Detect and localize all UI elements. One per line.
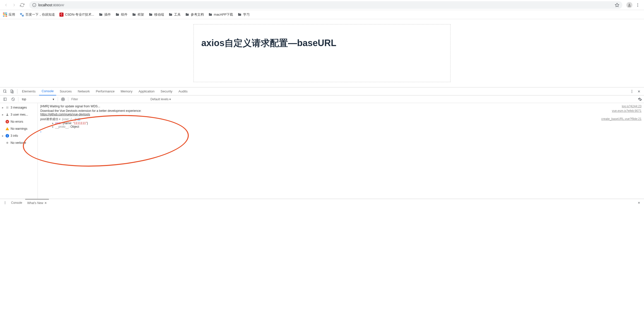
- list-icon: [6, 106, 9, 109]
- log-level-selector[interactable]: Default levels ▾: [150, 97, 171, 101]
- folder-icon: [208, 13, 212, 17]
- context-selector[interactable]: top▾: [20, 97, 56, 102]
- sidebar-warnings[interactable]: No warnings: [0, 125, 38, 132]
- bookmark-components[interactable]: 组件: [115, 12, 127, 17]
- drawer-tab-whatsnew[interactable]: What's New✕: [25, 199, 49, 207]
- folder-icon: [99, 13, 103, 17]
- folder-icon: [238, 13, 242, 17]
- drawer-tab-console[interactable]: Console: [9, 199, 24, 207]
- bookmark-macapp[interactable]: macAPP下载: [208, 12, 233, 17]
- log-source-link[interactable]: create_baseURL.vue?f9de:21: [601, 117, 641, 128]
- inspect-element-icon[interactable]: [2, 89, 8, 93]
- svg-point-4: [629, 4, 630, 5]
- bookmark-csdn[interactable]: C CSDN-专业IT技术...: [59, 12, 94, 17]
- csdn-icon: C: [59, 13, 63, 17]
- devtools-panel: Elements Console Sources Network Perform…: [0, 87, 644, 206]
- svg-point-26: [5, 203, 5, 204]
- omnibox[interactable]: localhost:8080/#/: [29, 1, 622, 9]
- devtools-tabs: Elements Console Sources Network Perform…: [0, 87, 644, 95]
- folder-icon: [115, 13, 119, 17]
- expand-arrow-icon[interactable]: ▸: [52, 125, 55, 128]
- bookmarks-bar: 应用 🐾 百度一下，你就知道 C CSDN-专业IT技术... 插件 组件 框架…: [0, 10, 644, 19]
- svg-rect-14: [4, 98, 7, 101]
- tab-memory[interactable]: Memory: [118, 87, 135, 95]
- filter-input[interactable]: [70, 96, 148, 102]
- info-badge-icon: i: [77, 118, 80, 121]
- site-info-icon[interactable]: [32, 3, 36, 7]
- drawer-tabs: Console What's New✕: [0, 199, 644, 206]
- log-source-link[interactable]: log.js?4244:23: [622, 105, 641, 108]
- svg-point-12: [632, 91, 632, 92]
- tab-sources[interactable]: Sources: [57, 87, 74, 95]
- devtools-menu-icon[interactable]: [629, 89, 635, 93]
- apps-label: 应用: [9, 12, 15, 17]
- close-icon[interactable]: ✕: [44, 201, 47, 205]
- baidu-icon: 🐾: [20, 13, 24, 17]
- forward-button[interactable]: [11, 2, 17, 8]
- sidebar-errors[interactable]: ✕No errors: [0, 118, 38, 125]
- bookmark-framework[interactable]: 框架: [132, 12, 144, 17]
- svg-point-6: [637, 5, 638, 5]
- url-display: localhost:8080/#/: [38, 3, 64, 7]
- folder-icon: [169, 13, 173, 17]
- chevron-down-icon: ▾: [53, 97, 54, 101]
- bookmark-plugins[interactable]: 插件: [99, 12, 111, 17]
- tab-network[interactable]: Network: [75, 87, 92, 95]
- clear-console-icon[interactable]: [10, 97, 16, 101]
- log-vuedev: Download the Vue Devtools extension for …: [38, 109, 644, 117]
- svg-point-7: [637, 6, 638, 7]
- console-body: ▸3 messages ▸3 user mes... ✕No errors No…: [0, 103, 644, 199]
- svg-point-5: [637, 3, 638, 4]
- tab-elements[interactable]: Elements: [19, 87, 38, 95]
- devtools-link[interactable]: https://github.com/vuejs/vue-devtools: [40, 113, 90, 116]
- device-toolbar-icon[interactable]: [9, 89, 15, 93]
- browser-menu-icon[interactable]: [634, 3, 641, 7]
- folder-icon: [185, 13, 189, 17]
- gear-icon[interactable]: [638, 97, 642, 101]
- svg-point-24: [5, 201, 5, 202]
- tab-audits[interactable]: Audits: [176, 87, 190, 95]
- expand-arrow-icon[interactable]: ▸: [52, 121, 55, 125]
- apps-grid-icon: [3, 13, 7, 17]
- tab-application[interactable]: Application: [136, 87, 157, 95]
- console-prompt[interactable]: ›: [38, 129, 644, 135]
- tab-console[interactable]: Console: [39, 87, 56, 95]
- sidebar-verbose[interactable]: No verbose: [0, 139, 38, 146]
- warning-icon: [6, 127, 9, 130]
- tab-performance[interactable]: Performance: [93, 87, 117, 95]
- live-expression-icon[interactable]: [60, 97, 66, 101]
- log-post[interactable]: post请求成功 ▾{user: {…}} i ▸user: {name: "1…: [38, 117, 644, 129]
- sidebar-user-messages[interactable]: ▸3 user mes...: [0, 111, 38, 118]
- page-content: axios自定义请求配置—baseURL: [0, 19, 644, 87]
- console-output: [HMR] Waiting for update signal from WDS…: [38, 103, 644, 199]
- bookmark-tools[interactable]: 工具: [169, 12, 181, 17]
- apps-button[interactable]: 应用: [3, 12, 15, 17]
- svg-line-17: [12, 98, 14, 100]
- bookmark-refdocs[interactable]: 参考文档: [185, 12, 204, 17]
- expand-arrow-icon[interactable]: ▾: [59, 117, 62, 121]
- svg-rect-9: [11, 90, 13, 93]
- svg-point-18: [62, 99, 63, 100]
- browser-toolbar: localhost:8080/#/: [0, 0, 644, 10]
- content-box: axios自定义请求配置—baseURL: [194, 24, 450, 82]
- bookmark-star-icon[interactable]: [615, 3, 619, 7]
- drawer-close-icon[interactable]: [636, 201, 642, 204]
- bookmark-baidu[interactable]: 🐾 百度一下，你就知道: [20, 12, 55, 17]
- back-button[interactable]: [3, 2, 9, 8]
- bookmark-study[interactable]: 学习: [238, 12, 250, 17]
- drawer-menu-icon[interactable]: [2, 201, 8, 205]
- devtools-close-icon[interactable]: [636, 90, 642, 93]
- profile-avatar[interactable]: [626, 2, 632, 8]
- sidebar-info[interactable]: ▸i3 info: [0, 132, 38, 139]
- svg-point-25: [5, 202, 5, 203]
- console-sidebar: ▸3 messages ▸3 user mes... ✕No errors No…: [0, 103, 38, 199]
- sidebar-toggle-icon[interactable]: [2, 97, 8, 101]
- reload-button[interactable]: [19, 2, 25, 8]
- log-source-link[interactable]: vue.esm.js?efeb:9071: [612, 109, 641, 116]
- sidebar-messages[interactable]: ▸3 messages: [0, 104, 38, 111]
- folder-icon: [149, 13, 153, 17]
- tab-security[interactable]: Security: [158, 87, 175, 95]
- svg-point-11: [632, 90, 632, 91]
- bookmark-mobile[interactable]: 移动端: [149, 12, 164, 17]
- bug-icon: [6, 141, 9, 144]
